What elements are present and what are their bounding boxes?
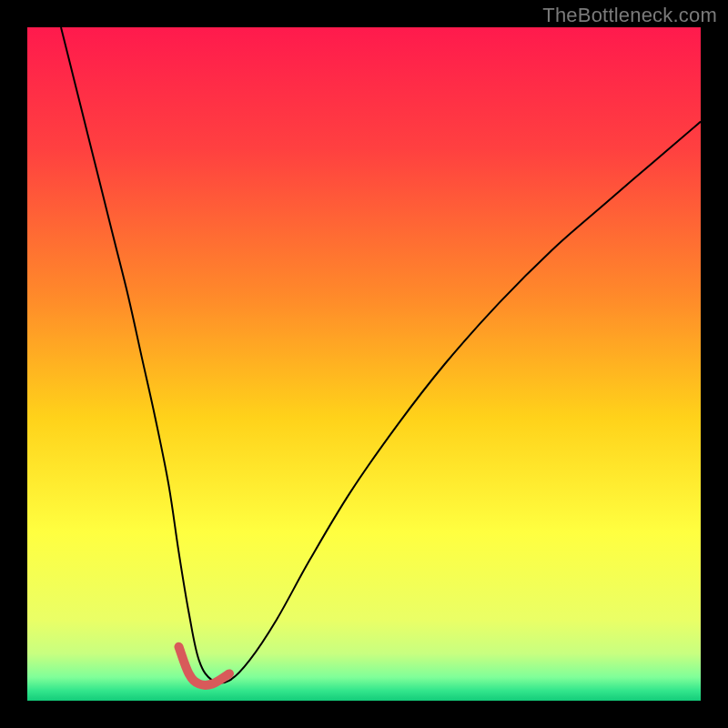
watermark-text: TheBottleneck.com	[542, 4, 717, 27]
chart-background	[27, 27, 701, 701]
bottleneck-chart	[27, 27, 701, 701]
chart-frame	[27, 27, 701, 701]
